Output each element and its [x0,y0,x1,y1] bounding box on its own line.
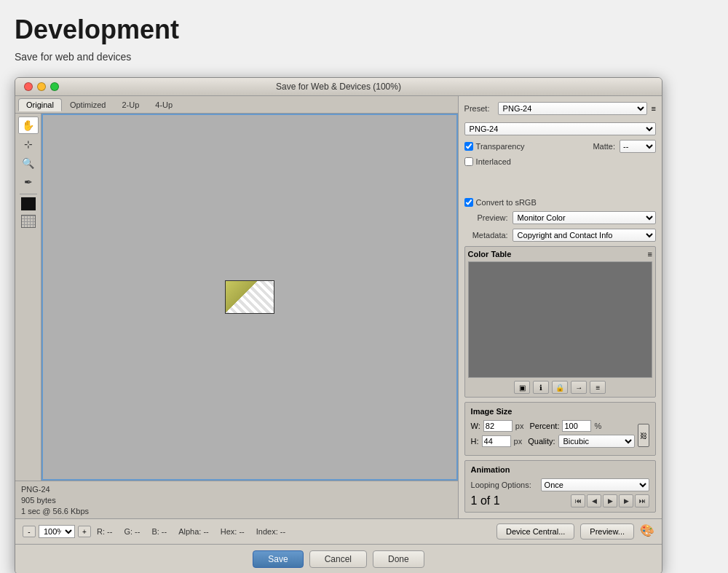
preset-row: Preset: PNG-24 ≡ [464,102,656,115]
done-button[interactable]: Done [373,550,424,568]
save-button[interactable]: Save [253,550,303,568]
tab-2up[interactable]: 2-Up [114,98,147,111]
convert-srgb-checkbox[interactable] [464,198,473,207]
bottom-readout: R: -- G: -- B: -- Alpha: -- Hex: -- Inde… [97,527,491,536]
canvas-image [225,280,274,314]
color-swatch[interactable] [21,197,36,210]
anim-next-btn[interactable]: ▶ [619,494,633,507]
hand-tool[interactable]: ✋ [18,116,39,134]
quality-label: Quality: [528,437,555,446]
canvas-inner [43,115,456,479]
percent-input[interactable] [562,420,591,432]
image-size-section: Image Size W: px Percent: % H: [464,402,656,456]
titlebar-buttons [24,82,59,91]
status-bar: PNG-24 905 bytes 1 sec @ 56.6 Kbps [15,481,458,518]
preview-label: Preview: [464,213,508,222]
readout-hex: Hex: -- [221,527,245,536]
tab-bar: Original Optimized 2-Up 4-Up [15,96,458,114]
metadata-label: Metadata: [464,231,508,240]
color-table-menu-icon[interactable]: ≡ [648,250,652,258]
format-select[interactable]: PNG-24 [464,122,656,135]
height-input[interactable] [482,435,511,447]
status-speed: 1 sec @ 56.6 Kbps [21,506,452,517]
dialog-window: Save for Web & Devices (100%) Original O… [15,77,662,573]
width-input[interactable] [483,420,513,432]
preset-select[interactable]: PNG-24 [498,102,647,115]
readout-alpha: Alpha: -- [178,527,209,536]
color-table-canvas[interactable] [468,261,652,378]
percent-label: Percent: [529,422,559,430]
matte-row: Matte: -- [593,140,656,153]
spacer [464,170,656,194]
canvas-image-content [226,281,274,313]
color-icon[interactable]: 🎨 [640,523,654,540]
format-row: PNG-24 [464,122,656,135]
anim-nav-buttons: ⏮ ◀ ▶ ▶ ⏭ [571,494,649,507]
dialog-titlebar: Save for Web & Devices (100%) [15,78,662,96]
preview-button[interactable]: Preview... [580,523,634,540]
width-row: W: px Percent: % [471,420,635,432]
convert-srgb-label[interactable]: Convert to sRGB [464,198,656,207]
anim-prev-btn[interactable]: ◀ [587,494,601,507]
transparency-checkbox[interactable] [464,142,473,151]
ct-btn-5[interactable]: ≡ [590,381,606,394]
image-size-title: Image Size [471,407,649,416]
grid-view-btn[interactable] [21,215,36,228]
left-area: ✋ ⊹ 🔍 ✒ [15,114,458,481]
w-label: W: [471,422,480,430]
animation-section: Animation Looping Options: Once 1 of 1 ⏮… [464,460,656,513]
transparency-matte-row: Transparency Matte: -- [464,140,656,153]
eyedropper-tool[interactable]: ✒ [18,173,39,191]
cancel-button[interactable]: Cancel [309,550,367,568]
ct-btn-2[interactable]: ℹ [533,381,549,394]
ct-btn-4[interactable]: → [571,381,587,394]
animation-title: Animation [471,465,649,474]
metadata-select[interactable]: Copyright and Contact Info [513,229,656,242]
device-central-button[interactable]: Device Central... [496,523,574,540]
anim-controls: 1 of 1 ⏮ ◀ ▶ ▶ ⏭ [471,494,649,507]
zoom-in-btn[interactable]: + [78,526,91,537]
convert-srgb-text: Convert to sRGB [476,198,537,207]
zoom-select[interactable]: 100% [39,525,75,538]
anim-last-btn[interactable]: ⏭ [635,494,649,507]
status-format: PNG-24 [21,484,452,495]
preset-label: Preset: [464,104,494,113]
tab-original[interactable]: Original [18,98,62,111]
minimize-button[interactable] [37,82,46,91]
bottom-bar: - 100% + R: -- G: -- B: -- Alpha: -- Hex… [15,518,662,544]
color-table-header: Color Table ≡ [468,250,652,258]
transparency-label: Transparency [476,142,525,151]
readout-b: B: -- [151,527,167,536]
preview-select[interactable]: Monitor Color [513,211,656,224]
zoom-tool[interactable]: 🔍 [18,154,39,172]
percent-unit: % [594,422,601,430]
zoom-out-btn[interactable]: - [23,526,36,537]
close-button[interactable] [24,82,33,91]
maximize-button[interactable] [50,82,59,91]
canvas-area[interactable] [41,114,458,481]
right-panel: Preset: PNG-24 ≡ PNG-24 Transparency [459,96,662,518]
interlaced-checkbox-label[interactable]: Interlaced [464,157,656,166]
matte-select[interactable]: -- [620,140,656,153]
marquee-tool[interactable]: ⊹ [18,135,39,153]
link-dimensions-icon[interactable]: ⛓ [638,424,649,447]
anim-play-btn[interactable]: ▶ [603,494,617,507]
color-table-section: Color Table ≡ ▣ ℹ 🔒 → ≡ [464,246,656,398]
anim-first-btn[interactable]: ⏮ [571,494,585,507]
looping-label: Looping Options: [471,481,537,489]
interlaced-checkbox[interactable] [464,157,473,166]
ct-btn-1[interactable]: ▣ [514,381,530,394]
preview-row: Preview: Monitor Color [464,211,656,224]
preset-menu-icon[interactable]: ≡ [652,104,656,113]
tab-optimized[interactable]: Optimized [62,98,114,111]
quality-select[interactable]: Bicubic [558,435,635,448]
ct-btn-lock[interactable]: 🔒 [552,381,568,394]
image-size-rows: W: px Percent: % H: px Quality: [471,420,649,451]
bottom-buttons: Device Central... Preview... 🎨 [496,523,654,540]
w-unit: px [515,422,524,430]
transparency-checkbox-label[interactable]: Transparency [464,142,525,151]
color-table-title: Color Table [468,250,512,258]
looping-select[interactable]: Once [541,478,649,491]
tab-4up[interactable]: 4-Up [147,98,181,111]
height-row: H: px Quality: Bicubic [471,435,635,448]
